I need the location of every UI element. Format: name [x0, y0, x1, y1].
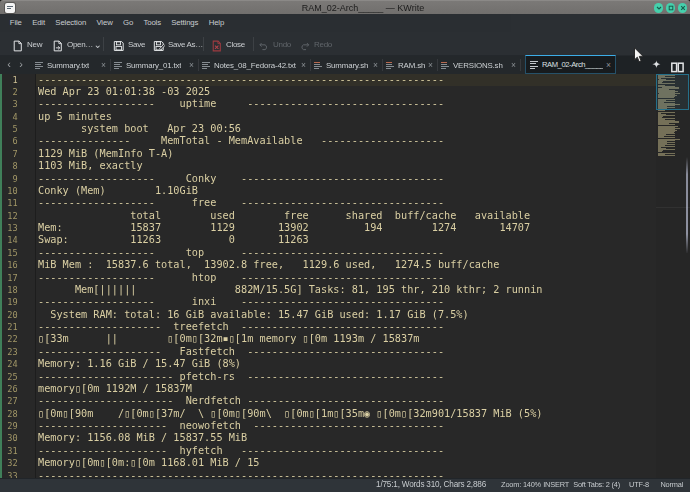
- toolbar-button-redo[interactable]: Redo: [299, 34, 332, 54]
- menu-item[interactable]: View: [91, 14, 118, 32]
- toolbar-button-new[interactable]: New: [12, 34, 42, 54]
- toolbar-separator: [203, 37, 204, 51]
- titlebar[interactable]: RAM_02-Arch_____ — KWrite: [0, 0, 690, 14]
- menu-item[interactable]: Edit: [27, 14, 50, 32]
- tab-active[interactable]: RAM_02-Arch_____ ×: [525, 55, 616, 74]
- code-line: Conky (Mem) 1.10GiB: [38, 185, 542, 197]
- file-icon: [35, 61, 43, 70]
- line-number: 4: [2, 111, 18, 123]
- tab-divider: [520, 59, 521, 71]
- line-number: 13: [2, 222, 18, 234]
- status-tabs[interactable]: Soft Tabs: 2 (4): [573, 478, 620, 491]
- toolbar-button-open[interactable]: Open…: [52, 34, 93, 54]
- code-line: ------------------- top ----------------…: [38, 247, 542, 259]
- line-number: 32: [2, 457, 18, 469]
- document-text[interactable]: ----------------------------------------…: [38, 74, 542, 482]
- minimap-row: [658, 155, 676, 156]
- line-number: 11: [2, 197, 18, 209]
- line-number: 9: [2, 173, 18, 185]
- code-line: ▯[33m || ▯[0m▯[32m▪▯[1m memory ▯[0m 1193…: [38, 333, 542, 345]
- code-line: ------------------- inxi ---------------…: [38, 296, 542, 308]
- code-line: total used free shared buff/cache availa…: [38, 210, 542, 222]
- chevron-down-icon[interactable]: ⌄: [94, 39, 102, 50]
- code-line: -------------------- treefetch ---------…: [38, 321, 542, 333]
- line-number: 14: [2, 234, 18, 246]
- code-line: MiB Mem : 15837.6 total, 13902.8 free, 1…: [38, 259, 542, 271]
- line-number: 12: [2, 210, 18, 222]
- line-number: 18: [2, 284, 18, 296]
- undo-icon: [258, 38, 270, 50]
- mouse-cursor: [633, 47, 647, 69]
- code-line: -------------------- Fastfetch ---------…: [38, 346, 542, 358]
- tab-Notes_08_Fedora-42.txt[interactable]: Notes_08_Fedora-42.txt ×: [198, 56, 310, 74]
- menu-item[interactable]: Go: [118, 14, 138, 32]
- window-title: RAM_02-Arch_____ — KWrite: [0, 1, 690, 15]
- menu-item[interactable]: Tools: [138, 14, 166, 32]
- file-icon: [314, 61, 322, 70]
- quick-open-icon[interactable]: ✦: [652, 58, 661, 70]
- tab-RAM.sh[interactable]: RAM.sh ×: [382, 56, 437, 74]
- code-line: ------------------- free ---------------…: [38, 197, 542, 209]
- code-line: system boot Apr 23 00:56: [38, 123, 542, 135]
- tab-close-icon[interactable]: ×: [603, 60, 615, 70]
- document-save-icon: [113, 38, 125, 50]
- line-number: 16: [2, 259, 18, 271]
- menu-item[interactable]: File: [5, 14, 27, 32]
- tab-close-icon[interactable]: ×: [425, 60, 437, 70]
- line-number: 25: [2, 371, 18, 383]
- minimize-button[interactable]: [654, 3, 664, 13]
- status-encoding[interactable]: UTF-8: [629, 478, 649, 491]
- status-highlight-mode[interactable]: Normal: [660, 478, 683, 491]
- tab-close-icon[interactable]: ×: [370, 60, 382, 70]
- window-edge-highlight: [686, 157, 688, 253]
- code-line: ------------------- htop ---------------…: [38, 272, 542, 284]
- maximize-button[interactable]: [666, 3, 676, 13]
- tab-prev-icon[interactable]: ‹: [3, 56, 15, 74]
- line-number: 22: [2, 333, 18, 345]
- gutter-separator: [35, 74, 36, 478]
- code-line: memory▯[0m 1192M / 15837M: [38, 383, 542, 395]
- status-zoom[interactable]: Zoom: 140%: [501, 478, 541, 491]
- line-number: 23: [2, 346, 18, 358]
- line-number: 10: [2, 185, 18, 197]
- file-icon: [202, 61, 210, 70]
- tab-Summary_01.txt[interactable]: Summary_01.txt ×: [110, 56, 198, 74]
- menu-item[interactable]: Help: [203, 14, 229, 32]
- line-number: 30: [2, 432, 18, 444]
- tab-next-icon[interactable]: ›: [15, 56, 27, 74]
- toolbar-button-saveas[interactable]: Save As…: [153, 34, 203, 54]
- line-number: 6: [2, 135, 18, 147]
- status-insert-mode[interactable]: INSERT: [543, 478, 569, 491]
- tab-Summary.sh[interactable]: Summary.sh ×: [310, 56, 382, 74]
- menu-item[interactable]: Selection: [50, 14, 91, 32]
- tab-close-icon[interactable]: ×: [298, 60, 310, 70]
- code-line: Memory▯[0m▯[0m:▯[0m 1168.01 MiB / 15: [38, 457, 542, 469]
- toolbar-button-save[interactable]: Save: [113, 34, 145, 54]
- tab-Summary.txt[interactable]: Summary.txt ×: [31, 56, 110, 74]
- file-icon: [114, 61, 122, 70]
- tab-VERSIONS.sh[interactable]: VERSIONS.sh ×: [437, 56, 520, 74]
- toolbar-button-close[interactable]: Close: [211, 34, 245, 54]
- tab-close-icon[interactable]: ×: [186, 60, 198, 70]
- status-cursor-words-chars[interactable]: 1/75:1, Words 310, Chars 2,886: [376, 478, 486, 491]
- line-number: 27: [2, 395, 18, 407]
- tab-close-icon[interactable]: ×: [98, 60, 110, 70]
- close-button[interactable]: [678, 3, 688, 13]
- document-new-icon: [12, 38, 24, 50]
- file-icon: [530, 60, 538, 69]
- code-line: Memory: 1156.08 MiB / 15837.55 MiB: [38, 432, 542, 444]
- menu-item[interactable]: Settings: [166, 14, 203, 32]
- code-line: ---------------------- pfetch-rs -------…: [38, 371, 542, 383]
- line-number: 3: [2, 98, 18, 110]
- code-line: --------------------- neowofetch -------…: [38, 420, 542, 432]
- line-number: 17: [2, 272, 18, 284]
- line-number: 28: [2, 408, 18, 420]
- line-number: 31: [2, 445, 18, 457]
- minimap-view-rect[interactable]: [656, 74, 689, 110]
- code-line: 1103 MiB, exactly: [38, 160, 542, 172]
- toolbar-button-undo[interactable]: Undo: [258, 34, 291, 54]
- code-line: --------------- MemTotal - MemAvailable …: [38, 135, 542, 147]
- line-number: 21: [2, 321, 18, 333]
- tab-close-icon[interactable]: ×: [508, 60, 520, 70]
- toolbar-separator: [253, 37, 254, 51]
